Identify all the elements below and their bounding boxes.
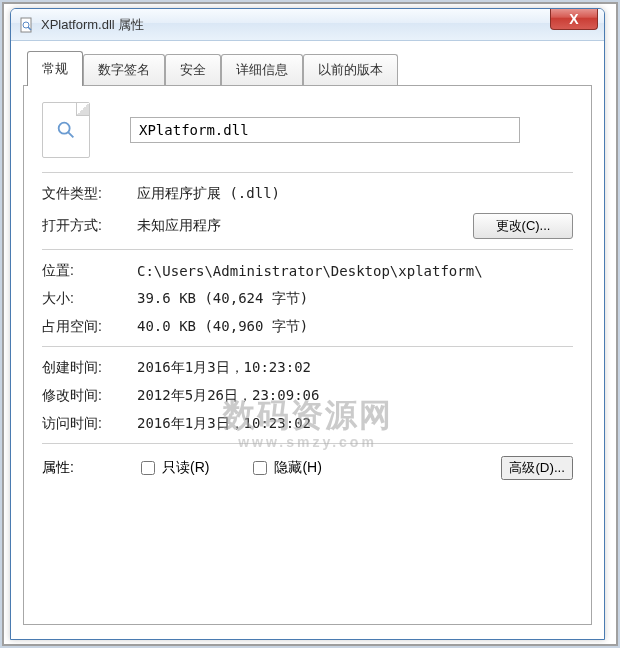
window-title: XPlatform.dll 属性 — [41, 16, 144, 34]
checkbox-readonly-wrap[interactable]: 只读(R) — [137, 458, 209, 478]
label-size: 大小: — [42, 290, 137, 308]
tab-label: 详细信息 — [236, 62, 288, 77]
checkbox-hidden-wrap[interactable]: 隐藏(H) — [249, 458, 321, 478]
label-filetype: 文件类型: — [42, 185, 137, 203]
row-accessed: 访问时间: 2016年1月3日，10:23:02 — [42, 415, 573, 433]
row-created: 创建时间: 2016年1月3日，10:23:02 — [42, 359, 573, 377]
separator — [42, 172, 573, 173]
tab-label: 常规 — [42, 61, 68, 76]
row-size-on-disk: 占用空间: 40.0 KB (40,960 字节) — [42, 318, 573, 336]
label-opens-with: 打开方式: — [42, 217, 137, 235]
value-location: C:\Users\Administrator\Desktop\xplatform… — [137, 263, 573, 279]
label-modified: 修改时间: — [42, 387, 137, 405]
row-size: 大小: 39.6 KB (40,624 字节) — [42, 290, 573, 308]
checkbox-hidden[interactable] — [253, 461, 267, 475]
label-accessed: 访问时间: — [42, 415, 137, 433]
label-attributes: 属性: — [42, 459, 137, 477]
tabstrip: 常规 数字签名 安全 详细信息 以前的版本 — [27, 51, 592, 85]
value-created: 2016年1月3日，10:23:02 — [137, 359, 573, 377]
value-accessed: 2016年1月3日，10:23:02 — [137, 415, 573, 433]
filename-input[interactable] — [130, 117, 520, 143]
separator — [42, 443, 573, 444]
label-size-on-disk: 占用空间: — [42, 318, 137, 336]
value-filetype: 应用程序扩展 (.dll) — [137, 185, 573, 203]
svg-line-4 — [68, 132, 74, 138]
tab-general[interactable]: 常规 — [27, 51, 83, 86]
label-created: 创建时间: — [42, 359, 137, 377]
row-modified: 修改时间: 2012年5月26日，23:09:06 — [42, 387, 573, 405]
tab-previous-versions[interactable]: 以前的版本 — [303, 54, 398, 85]
close-icon: X — [569, 12, 578, 26]
change-button[interactable]: 更改(C)... — [473, 213, 573, 239]
tab-label: 数字签名 — [98, 62, 150, 77]
row-filetype: 文件类型: 应用程序扩展 (.dll) — [42, 185, 573, 203]
row-opens-with: 打开方式: 未知应用程序 更改(C)... — [42, 213, 573, 239]
value-size-on-disk: 40.0 KB (40,960 字节) — [137, 318, 573, 336]
file-header-row — [42, 102, 573, 158]
separator — [42, 249, 573, 250]
tabpanel-general: 数码资源网 www.smzy.com 文件类型: 应用程序扩展 (.dll) 打… — [23, 85, 592, 625]
separator — [42, 346, 573, 347]
value-opens-with: 未知应用程序 — [137, 217, 277, 235]
button-label: 更改(C)... — [496, 217, 551, 235]
label-location: 位置: — [42, 262, 137, 280]
tab-label: 以前的版本 — [318, 62, 383, 77]
value-size: 39.6 KB (40,624 字节) — [137, 290, 573, 308]
file-icon — [42, 102, 90, 158]
checkbox-hidden-label: 隐藏(H) — [274, 459, 321, 477]
properties-window: XPlatform.dll 属性 X 常规 数字签名 安全 详细信息 以前的版本… — [10, 8, 605, 640]
advanced-button[interactable]: 高级(D)... — [501, 456, 573, 480]
row-attributes: 属性: 只读(R) 隐藏(H) 高级(D)... — [42, 456, 573, 480]
tab-digital-signatures[interactable]: 数字签名 — [83, 54, 165, 85]
button-label: 高级(D)... — [509, 460, 565, 475]
tab-label: 安全 — [180, 62, 206, 77]
app-icon — [19, 17, 35, 33]
checkbox-readonly-label: 只读(R) — [162, 459, 209, 477]
tab-details[interactable]: 详细信息 — [221, 54, 303, 85]
row-location: 位置: C:\Users\Administrator\Desktop\xplat… — [42, 262, 573, 280]
checkbox-readonly[interactable] — [141, 461, 155, 475]
tab-security[interactable]: 安全 — [165, 54, 221, 85]
client-area: 常规 数字签名 安全 详细信息 以前的版本 数码资源网 www.smzy.com… — [11, 41, 604, 639]
close-button[interactable]: X — [550, 8, 598, 30]
value-modified: 2012年5月26日，23:09:06 — [137, 387, 573, 405]
titlebar[interactable]: XPlatform.dll 属性 X — [11, 9, 604, 41]
